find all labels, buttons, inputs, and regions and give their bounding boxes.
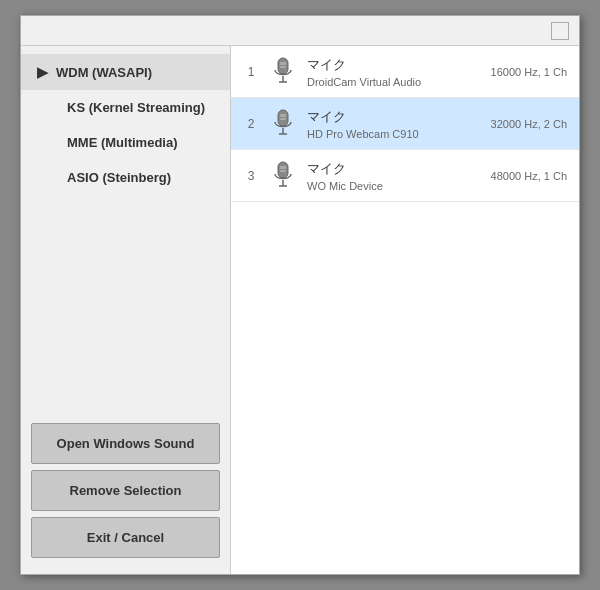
dialog: ▶WDM (WASAPI)KS (Kernel Streaming)MME (M… (20, 15, 580, 575)
title-bar (21, 16, 579, 46)
device-list: 1 マイクDroidCam Virtual Audio16000 Hz, 1 C… (231, 46, 579, 202)
svg-rect-13 (280, 166, 286, 169)
device-info: マイクWO Mic Device (307, 160, 481, 192)
api-item-label: ASIO (Steinberg) (67, 170, 171, 185)
device-number: 3 (243, 169, 259, 183)
close-button[interactable] (551, 22, 569, 40)
arrow-icon: ▶ (37, 64, 48, 80)
left-panel: ▶WDM (WASAPI)KS (Kernel Streaming)MME (M… (21, 46, 231, 574)
device-panel: 1 マイクDroidCam Virtual Audio16000 Hz, 1 C… (231, 46, 579, 574)
device-subtitle: HD Pro Webcam C910 (307, 128, 481, 140)
device-name: マイク (307, 108, 481, 126)
open-windows-sound-button[interactable]: Open Windows Sound (31, 423, 220, 464)
device-spec: 48000 Hz, 1 Ch (491, 170, 567, 182)
action-buttons: Open Windows Sound Remove Selection Exit… (21, 415, 230, 566)
api-list: ▶WDM (WASAPI)KS (Kernel Streaming)MME (M… (21, 54, 230, 195)
device-name: マイク (307, 160, 481, 178)
device-subtitle: DroidCam Virtual Audio (307, 76, 481, 88)
svg-rect-8 (280, 114, 286, 117)
device-list-item[interactable]: 3 マイクWO Mic Device48000 Hz, 1 Ch (231, 150, 579, 202)
device-number: 2 (243, 117, 259, 131)
svg-rect-14 (280, 170, 286, 172)
exit-cancel-button[interactable]: Exit / Cancel (31, 517, 220, 558)
device-spec: 32000 Hz, 2 Ch (491, 118, 567, 130)
microphone-icon (269, 56, 297, 88)
device-info: マイクDroidCam Virtual Audio (307, 56, 481, 88)
content-area: ▶WDM (WASAPI)KS (Kernel Streaming)MME (M… (21, 46, 579, 574)
device-list-item[interactable]: 1 マイクDroidCam Virtual Audio16000 Hz, 1 C… (231, 46, 579, 98)
api-item-label: KS (Kernel Streaming) (67, 100, 205, 115)
left-spacer (21, 195, 230, 415)
svg-rect-4 (280, 66, 286, 68)
device-spec: 16000 Hz, 1 Ch (491, 66, 567, 78)
device-list-item[interactable]: 2 マイクHD Pro Webcam C91032000 Hz, 2 Ch (231, 98, 579, 150)
api-item-wdm[interactable]: ▶WDM (WASAPI) (21, 54, 230, 90)
microphone-icon (269, 160, 297, 192)
svg-rect-3 (280, 62, 286, 65)
api-item-mme[interactable]: MME (Multimedia) (21, 125, 230, 160)
remove-selection-button[interactable]: Remove Selection (31, 470, 220, 511)
device-number: 1 (243, 65, 259, 79)
microphone-icon (269, 108, 297, 140)
api-item-asio[interactable]: ASIO (Steinberg) (21, 160, 230, 195)
api-item-label: WDM (WASAPI) (56, 65, 152, 80)
svg-rect-9 (280, 118, 286, 120)
device-info: マイクHD Pro Webcam C910 (307, 108, 481, 140)
device-subtitle: WO Mic Device (307, 180, 481, 192)
device-name: マイク (307, 56, 481, 74)
api-item-label: MME (Multimedia) (67, 135, 178, 150)
api-item-ks[interactable]: KS (Kernel Streaming) (21, 90, 230, 125)
